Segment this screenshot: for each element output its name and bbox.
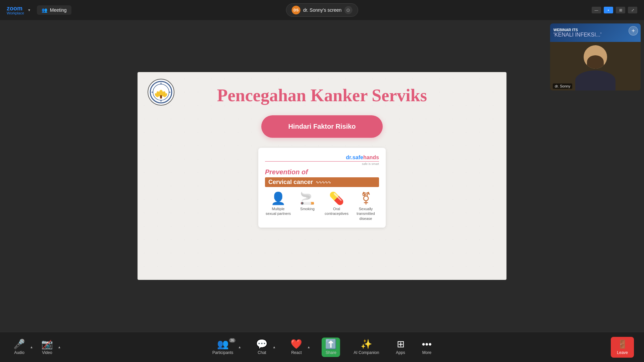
participants-label: Participants <box>212 350 233 355</box>
webinar-strip: WEBINAR ITS 'KENALI INFEKSI...' + <box>550 23 641 42</box>
smoking-label: Smoking <box>300 206 315 211</box>
ai-label: AI Companion <box>354 350 379 355</box>
brand-hands: hands <box>363 155 379 160</box>
audio-label: Audio <box>14 350 24 355</box>
video-panel: WEBINAR ITS 'KENALI INFEKSI...' + dr. So… <box>550 23 641 90</box>
zoom-logo: zoom Workplace ▾ <box>7 5 30 15</box>
brand-safe: safe <box>353 155 363 160</box>
oral-contraceptives-icon: 💊 <box>329 192 344 204</box>
std-label: Sexuallytransmitteddisease <box>357 206 375 221</box>
video-caret[interactable]: ▲ <box>56 345 62 349</box>
webinar-sub: 'KENALI INFEKSI...' <box>553 32 637 38</box>
more-group: ••• More <box>419 338 435 357</box>
leave-button[interactable]: 🚪 Leave <box>611 337 634 358</box>
react-caret[interactable]: ▲ <box>306 345 312 349</box>
screen-share-label: dr. Sonny's screen <box>303 7 342 13</box>
svg-rect-7 <box>160 95 162 99</box>
more-icon: ••• <box>422 340 432 349</box>
participants-button[interactable]: 👥 36 Participants <box>209 338 237 357</box>
toolbar-left: 🎤 Audio ▲ 📷 Video ▲ <box>10 338 62 357</box>
chat-group: 💬 Chat ▲ <box>253 338 277 357</box>
video-icon: 📷 <box>41 340 53 349</box>
restore-button[interactable]: ▪ <box>604 7 613 13</box>
react-icon: ❤️ <box>290 340 302 349</box>
risk-factor-oral: 💊 Oralcontraceptives <box>323 192 350 216</box>
main-area: Pencegahan Kanker Serviks Hindari Faktor… <box>0 20 644 332</box>
oral-contraceptives-label: Oralcontraceptives <box>325 206 348 216</box>
info-card: dr.safehands safe is smart Prevention of… <box>258 148 386 228</box>
zoom-logo-text: zoom <box>7 5 24 11</box>
apps-button[interactable]: ⊞ Apps <box>392 338 408 357</box>
risk-factor-smoking: 🚬 Smoking <box>294 192 321 211</box>
react-label: React <box>291 350 302 355</box>
add-video-button[interactable]: + <box>629 26 638 36</box>
react-group: ❤️ React ▲ <box>287 338 312 357</box>
dropdown-arrow-icon[interactable]: ▾ <box>28 8 30 12</box>
video-button[interactable]: 📷 Video <box>38 338 56 357</box>
card-title-sub: Cervical cancer ∿∿∿∿∿ <box>265 177 379 187</box>
screen-share-pill: DS dr. Sonny's screen ⊙ <box>286 3 358 17</box>
risk-factor-multiple: 👤 Multiplesexual partners <box>265 192 291 216</box>
chat-button[interactable]: 💬 Chat <box>253 338 271 357</box>
its-logo <box>148 79 174 106</box>
meeting-label: Meeting <box>50 7 67 13</box>
video-group: 📷 Video ▲ <box>38 338 62 357</box>
share-label: Share <box>326 350 336 355</box>
screen-share-options[interactable]: ⊙ <box>344 6 352 14</box>
more-button[interactable]: ••• More <box>419 338 435 357</box>
std-icon: ⚧ <box>361 192 371 204</box>
top-bar: zoom Workplace ▾ 👥 Meeting DS dr. Sonny'… <box>0 0 644 20</box>
apps-label: Apps <box>396 350 405 355</box>
slide-title: Pencegahan Kanker Serviks <box>217 85 427 105</box>
meeting-button[interactable]: 👥 Meeting <box>37 5 71 15</box>
speaker-video: dr. Sonny <box>550 42 641 90</box>
window-controls: — ▪ ⊞ ⤢ <box>592 7 637 13</box>
multiple-partners-label: Multiplesexual partners <box>266 206 291 216</box>
risk-button[interactable]: Hindari Faktor Risiko <box>261 115 382 138</box>
participants-icon: 👥 <box>217 340 229 349</box>
presentation-slide: Pencegahan Kanker Serviks Hindari Faktor… <box>138 72 506 280</box>
grid-button[interactable]: ⊞ <box>616 7 625 13</box>
toolbar-right: 🚪 Leave <box>611 337 634 358</box>
maximize-button[interactable]: ⤢ <box>628 7 637 13</box>
safehands-logo: dr.safehands <box>265 155 379 161</box>
ai-companion-button[interactable]: ✨ AI Companion <box>350 338 382 357</box>
zoom-logo-sub: Workplace <box>7 11 24 15</box>
ds-avatar: DS <box>292 6 301 14</box>
risk-factors: 👤 Multiplesexual partners 🚬 Smoking 💊 Or… <box>265 192 379 221</box>
ai-icon: ✨ <box>361 340 372 349</box>
more-label: More <box>422 350 431 355</box>
audio-button[interactable]: 🎤 Audio <box>10 338 29 357</box>
heartbeat-icon: ∿∿∿∿∿ <box>316 180 331 185</box>
smoking-icon: 🚬 <box>300 192 315 204</box>
video-label: Video <box>42 350 52 355</box>
toolbar: 🎤 Audio ▲ 📷 Video ▲ 👥 36 Participants ▲ <box>0 332 644 362</box>
react-button[interactable]: ❤️ React <box>287 338 306 357</box>
leave-label: Leave <box>617 350 628 355</box>
card-title-main: Prevention of <box>265 168 379 176</box>
chat-label: Chat <box>258 350 266 355</box>
card-header: dr.safehands safe is smart <box>265 155 379 166</box>
audio-caret[interactable]: ▲ <box>29 345 35 349</box>
share-button[interactable]: ⬆️ Share <box>322 338 340 357</box>
multiple-partners-icon: 👤 <box>271 192 286 204</box>
apps-group: ⊞ Apps <box>392 338 408 357</box>
leave-icon: 🚪 <box>618 340 628 349</box>
toolbar-center: 👥 36 Participants ▲ 💬 Chat ▲ ❤️ React ▲ <box>209 338 435 357</box>
microphone-icon: 🎤 <box>13 340 25 349</box>
share-icon: ⬆️ <box>325 340 337 349</box>
chat-caret[interactable]: ▲ <box>271 345 277 349</box>
apps-icon: ⊞ <box>397 340 405 349</box>
speaker-name-label: dr. Sonny <box>553 83 572 89</box>
participants-caret[interactable]: ▲ <box>237 345 243 349</box>
brand-tagline: safe is smart <box>265 161 379 166</box>
participants-icon: 👥 <box>42 7 47 13</box>
webinar-text: WEBINAR ITS <box>553 28 637 32</box>
ai-group: ✨ AI Companion <box>350 338 382 357</box>
risk-factor-std: ⚧ Sexuallytransmitteddisease <box>353 192 379 221</box>
share-group: ⬆️ Share <box>322 338 340 357</box>
minimize-button[interactable]: — <box>592 7 601 13</box>
audio-group: 🎤 Audio ▲ <box>10 338 35 357</box>
slide-container: Pencegahan Kanker Serviks Hindari Faktor… <box>0 20 644 332</box>
chat-icon: 💬 <box>256 340 268 349</box>
